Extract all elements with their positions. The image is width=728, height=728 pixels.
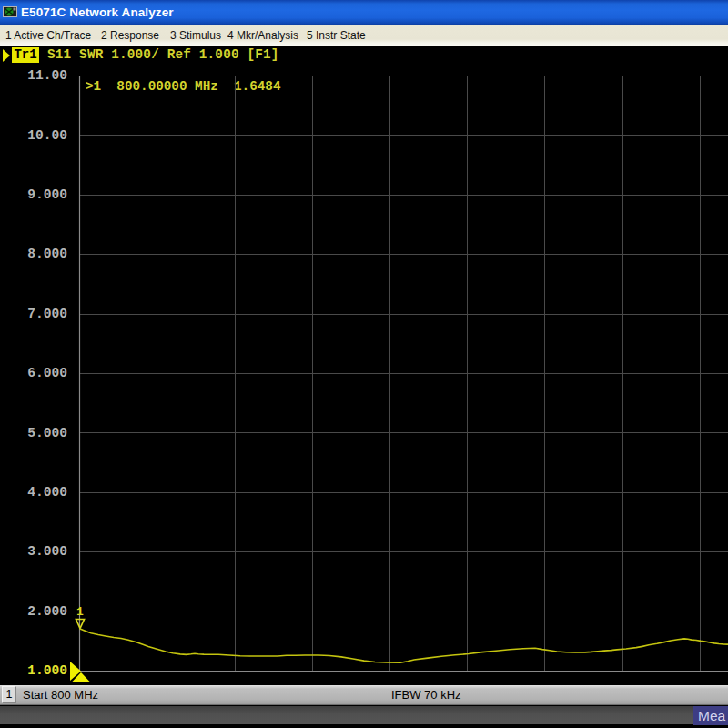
svg-text:1: 1 bbox=[76, 605, 84, 619]
